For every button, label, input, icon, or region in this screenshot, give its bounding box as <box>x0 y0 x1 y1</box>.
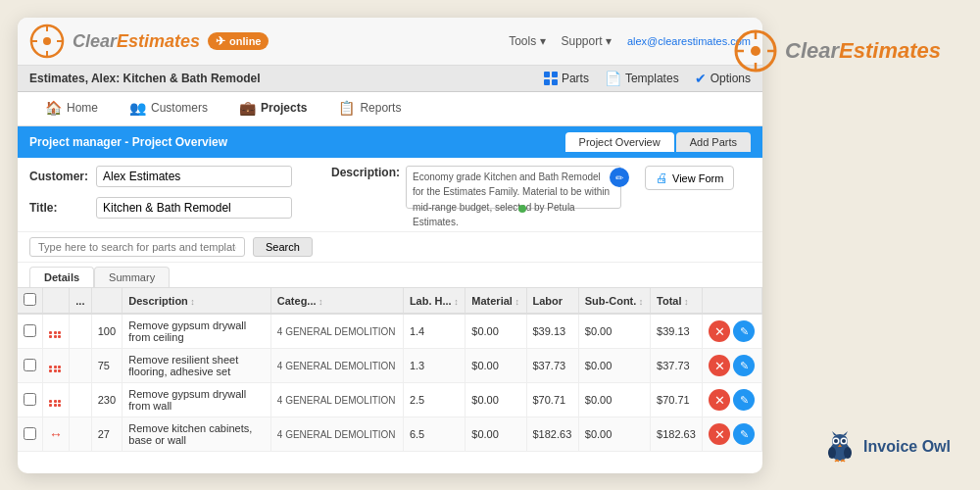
row-checkbox-cell <box>18 417 43 452</box>
tools-menu[interactable]: Tools ▾ <box>509 34 545 48</box>
logo-area: ClearEstimates ✈ online <box>29 24 269 59</box>
view-form-button[interactable]: 🖨 View Form <box>645 166 734 190</box>
edit-button[interactable]: ✎ <box>733 423 755 445</box>
user-email[interactable]: alex@clearestimates.com <box>627 35 751 47</box>
search-button[interactable]: Search <box>253 237 313 257</box>
customer-label: Customer: <box>29 170 88 183</box>
right-branding: ClearEstimates <box>734 29 941 73</box>
row-dots-cell <box>70 417 91 452</box>
tab-home[interactable]: 🏠 Home <box>29 92 114 125</box>
home-icon: 🏠 <box>45 100 62 116</box>
online-badge: ✈ online <box>208 32 269 50</box>
delete-button[interactable]: ✕ <box>709 389 730 411</box>
support-menu[interactable]: Support ▾ <box>562 34 612 48</box>
table-row: ↔ 27 Remove kitchen cabinets, base or wa… <box>18 417 762 452</box>
row-subcont: $0.00 <box>578 383 650 417</box>
row-subcont: $0.00 <box>578 349 650 383</box>
customer-row: Customer: <box>29 166 292 187</box>
detail-tab-details[interactable]: Details <box>29 267 94 287</box>
row-checkbox[interactable] <box>24 324 36 337</box>
edit-button[interactable]: ✎ <box>733 355 755 376</box>
invoice-owl-area: Invoice Owl <box>824 431 951 463</box>
options-button[interactable]: ✔ Options <box>695 71 751 86</box>
delete-button[interactable]: ✕ <box>709 423 730 445</box>
col-lab-h: Lab. H... <box>403 288 465 314</box>
brand-name-large: ClearEstimates <box>785 38 941 64</box>
main-nav: 🏠 Home 👥 Customers 💼 Projects 📋 Reports <box>18 92 762 126</box>
row-subcont: $0.00 <box>578 417 650 452</box>
col-subcont: Sub-Cont. <box>578 288 650 314</box>
svg-point-16 <box>834 439 838 443</box>
tab-customers[interactable]: 👥 Customers <box>114 92 223 125</box>
header-nav: Tools ▾ Support ▾ alex@clearestimates.co… <box>509 34 751 48</box>
row-dots-cell <box>70 349 91 383</box>
row-checkbox-cell <box>18 383 43 417</box>
title-label: Title: <box>29 201 88 215</box>
title-input[interactable] <box>96 197 292 219</box>
form-area: Customer: Title: Description: Economy gr… <box>18 158 762 232</box>
drag-icon <box>49 331 61 339</box>
view-form-icon: 🖨 <box>656 171 668 185</box>
edit-button[interactable]: ✎ <box>733 320 755 342</box>
edit-button[interactable]: ✎ <box>733 389 755 411</box>
templates-icon: 📄 <box>605 71 621 86</box>
app-card: ClearEstimates ✈ online Tools ▾ Support … <box>18 18 762 473</box>
row-num: 230 <box>91 383 122 417</box>
col-labor: Labor <box>526 288 578 314</box>
logo-text: ClearEstimates <box>73 31 200 52</box>
tab-projects[interactable]: 💼 Projects <box>223 92 322 125</box>
svg-marker-19 <box>832 431 838 436</box>
row-labor: $39.13 <box>526 314 578 349</box>
grid-icon <box>544 72 558 85</box>
arrow-icon: ↔ <box>49 426 63 442</box>
delete-button[interactable]: ✕ <box>709 355 730 376</box>
search-input[interactable] <box>29 237 245 257</box>
drag-icon <box>49 400 61 408</box>
row-drag-cell <box>43 349 70 383</box>
row-material: $0.00 <box>466 417 526 452</box>
select-all-checkbox[interactable] <box>24 293 36 306</box>
row-checkbox-cell <box>18 314 43 349</box>
subheader: Estimates, Alex: Kitchen & Bath Remodel … <box>18 66 762 92</box>
col-actions <box>703 288 762 314</box>
col-material: Material <box>466 288 526 314</box>
row-description: Remove gypsum drywall from ceiling <box>122 314 270 349</box>
row-actions: ✕ ✎ <box>703 349 762 383</box>
row-total: $182.63 <box>651 417 703 452</box>
section-tab-overview[interactable]: Project Overview <box>565 132 674 152</box>
col-category: Categ... <box>270 288 403 314</box>
right-toolbar: Parts 📄 Templates ✔ Options <box>544 71 751 86</box>
detail-tab-summary[interactable]: Summary <box>94 267 170 287</box>
delete-button[interactable]: ✕ <box>709 320 730 342</box>
row-labor: $182.63 <box>526 417 578 452</box>
tab-reports[interactable]: 📋 Reports <box>322 92 416 125</box>
svg-point-17 <box>842 439 846 443</box>
brand-logo-icon-large <box>734 29 777 73</box>
row-checkbox[interactable] <box>24 393 36 406</box>
customer-input[interactable] <box>96 166 292 187</box>
row-checkbox[interactable] <box>24 427 36 440</box>
customers-icon: 👥 <box>129 100 146 116</box>
owl-icon <box>824 431 856 463</box>
description-box: Economy grade Kitchen and Bath Remodel f… <box>406 166 621 209</box>
svg-marker-20 <box>842 431 848 436</box>
edit-description-button[interactable]: ✏ <box>610 168 629 187</box>
row-lab-h: 6.5 <box>403 417 465 452</box>
row-actions: ✕ ✎ <box>703 314 762 349</box>
row-num: 27 <box>91 417 122 452</box>
app-header: ClearEstimates ✈ online Tools ▾ Support … <box>18 18 762 66</box>
svg-point-1 <box>43 37 51 45</box>
row-category: 4 GENERAL DEMOLITION <box>270 417 403 452</box>
row-checkbox[interactable] <box>24 359 36 371</box>
parts-button[interactable]: Parts <box>544 72 589 85</box>
drag-icon <box>49 366 61 373</box>
row-dots-cell <box>70 383 91 417</box>
section-tab-add-parts[interactable]: Add Parts <box>676 132 751 152</box>
row-total: $39.13 <box>651 314 703 349</box>
checkmark-icon: ✔ <box>695 71 707 86</box>
items-table: ... Description Categ... Lab. H... Mater… <box>18 288 762 452</box>
row-num: 100 <box>91 314 122 349</box>
svg-point-7 <box>751 46 760 56</box>
table-row: 75 Remove resilient sheet flooring, adhe… <box>18 349 762 383</box>
templates-button[interactable]: 📄 Templates <box>605 71 679 86</box>
